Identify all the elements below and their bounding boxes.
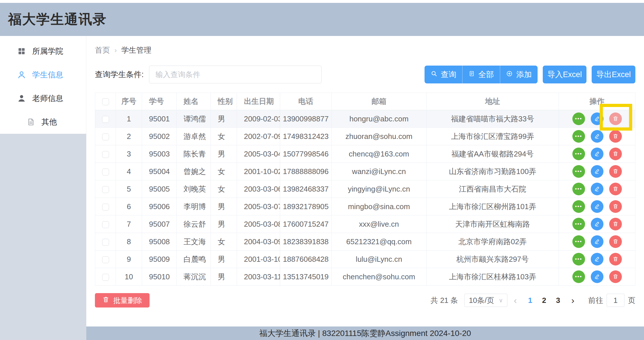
more-button[interactable]: ••• — [572, 253, 585, 265]
delete-button[interactable] — [609, 235, 622, 248]
list-doc-icon — [469, 70, 475, 79]
prev-page-icon[interactable]: ‹ — [507, 295, 523, 306]
delete-button[interactable] — [609, 112, 622, 125]
page-size-select[interactable]: 10条/页 ∨ — [464, 294, 507, 307]
next-page-icon[interactable]: › — [565, 295, 581, 306]
more-button[interactable]: ••• — [572, 270, 585, 283]
all-button[interactable]: 全部 — [462, 66, 500, 83]
delete-button[interactable] — [609, 165, 622, 178]
edit-button[interactable] — [591, 270, 603, 283]
edit-button[interactable] — [591, 235, 603, 248]
edit-button[interactable] — [591, 165, 603, 178]
breadcrumb-home[interactable]: 首页 — [95, 45, 110, 55]
cell-address: 北京市学府南路02弄 — [427, 233, 559, 251]
row-checkbox[interactable] — [102, 133, 109, 140]
cell-address: 天津市南开区虹梅南路 — [427, 215, 559, 233]
more-button[interactable]: ••• — [572, 112, 585, 125]
row-checkbox[interactable] — [102, 186, 109, 193]
cell-name: 徐云舒 — [177, 215, 211, 233]
batch-delete-button[interactable]: 批量删除 — [95, 293, 150, 307]
row-checkbox[interactable] — [102, 239, 109, 246]
row-checkbox[interactable] — [102, 256, 109, 263]
delete-button[interactable] — [609, 200, 622, 213]
delete-button[interactable] — [609, 148, 622, 160]
page-number-1[interactable]: 1 — [523, 296, 537, 305]
cell-gender: 女 — [211, 128, 237, 145]
page-number-3[interactable]: 3 — [551, 296, 565, 305]
edit-icon — [594, 133, 600, 140]
delete-icon — [613, 221, 618, 228]
cell-gender: 男 — [211, 198, 237, 215]
cell-actions: ••• — [559, 163, 635, 180]
cell-email: wanzi@iLync.cn — [332, 163, 427, 180]
cell-actions: ••• — [559, 180, 635, 198]
delete-button[interactable] — [609, 270, 622, 283]
export-excel-button[interactable]: 导出Excel — [592, 66, 635, 83]
edit-button[interactable] — [591, 130, 603, 143]
cell-phone: 18932178905 — [280, 198, 332, 215]
more-button[interactable]: ••• — [572, 183, 585, 195]
query-button[interactable]: 查询 — [425, 66, 462, 83]
cell-birth: 2004-03-09 — [237, 233, 280, 251]
edit-button[interactable] — [591, 183, 603, 195]
more-button[interactable]: ••• — [572, 218, 585, 230]
edit-button[interactable] — [591, 253, 603, 265]
main-content: 首页 › 学生管理 查询学生条件: 查询 — [86, 36, 644, 326]
app-title: 福大学生通讯录 — [8, 10, 107, 28]
page-number-2[interactable]: 2 — [537, 296, 551, 305]
col-header-gender: 性别 — [211, 93, 237, 110]
cell-email: mingbo@sina.com — [332, 198, 427, 215]
more-button[interactable]: ••• — [572, 130, 585, 143]
more-button[interactable]: ••• — [572, 165, 585, 178]
sidebar-item-teachers[interactable]: 老师信息 — [0, 87, 86, 110]
import-excel-button[interactable]: 导入Excel — [543, 66, 586, 83]
breadcrumb: 首页 › 学生管理 — [95, 45, 635, 55]
cell-name: 曾婉之 — [177, 163, 211, 180]
cell-birth: 2005-03-07 — [237, 198, 280, 215]
cell-address: 福建省喵喵市福大路33号 — [427, 110, 559, 128]
add-button[interactable]: 添加 — [500, 66, 538, 83]
delete-icon — [613, 150, 618, 158]
more-button[interactable]: ••• — [572, 148, 585, 160]
col-header-student-id: 学号 — [142, 93, 177, 110]
footer-text: 福大学生通讯录 | 832201115陈雯静Assignment 2024-10… — [259, 328, 471, 339]
goto-prefix: 前往 — [588, 295, 603, 305]
edit-button[interactable] — [591, 200, 603, 213]
cell-name: 谭鸿儒 — [177, 110, 211, 128]
more-button[interactable]: ••• — [572, 235, 585, 248]
row-checkbox[interactable] — [102, 274, 109, 281]
more-icon: ••• — [575, 257, 582, 262]
edit-icon — [594, 256, 600, 263]
cell-phone: 15077998546 — [280, 145, 332, 163]
row-checkbox[interactable] — [102, 116, 109, 123]
edit-button[interactable] — [591, 112, 603, 125]
cell-actions: ••• — [559, 128, 635, 145]
sidebar-item-college[interactable]: 所属学院 — [0, 39, 86, 63]
row-checkbox[interactable] — [102, 221, 109, 228]
goto-page-input[interactable] — [607, 294, 624, 307]
sidebar-item-other[interactable]: 其他 — [0, 110, 86, 134]
sidebar-item-students[interactable]: 学生信息 — [0, 63, 86, 87]
cell-gender: 女 — [211, 180, 237, 198]
edit-button[interactable] — [591, 148, 603, 160]
search-input[interactable] — [149, 66, 322, 83]
cell-email: hongru@abc.com — [332, 110, 427, 128]
select-all-checkbox[interactable] — [102, 98, 109, 105]
row-checkbox-cell — [95, 198, 116, 215]
edit-icon — [594, 115, 600, 123]
delete-button[interactable] — [609, 183, 622, 195]
edit-button[interactable] — [591, 218, 603, 230]
row-checkbox[interactable] — [102, 151, 109, 158]
delete-button[interactable] — [609, 253, 622, 265]
cell-birth: 2002-07-09 — [237, 128, 280, 145]
more-button[interactable]: ••• — [572, 200, 585, 213]
delete-button[interactable] — [609, 218, 622, 230]
row-checkbox[interactable] — [102, 169, 109, 175]
table-row: 495004曾婉之女2001-10-0217888888096wanzi@iLy… — [95, 163, 635, 180]
more-icon: ••• — [575, 274, 582, 279]
delete-button[interactable] — [609, 130, 622, 143]
row-checkbox[interactable] — [102, 204, 109, 211]
cell-actions: ••• — [559, 215, 635, 233]
cell-birth: 2001-10-02 — [237, 163, 280, 180]
cell-student-id: 95002 — [142, 128, 177, 145]
